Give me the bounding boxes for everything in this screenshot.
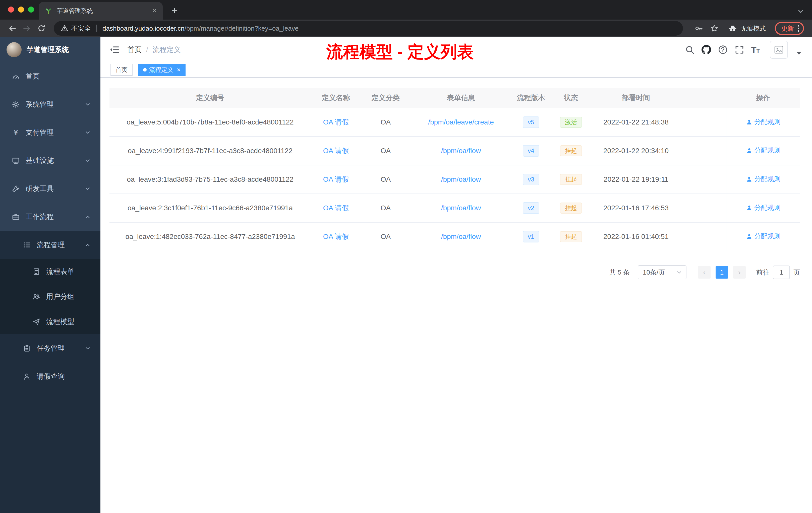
page-content: 定义编号 定义名称 定义分类 表单信息 流程版本 状态 部署时间 操作 oa_l…: [100, 78, 812, 513]
definition-id: oa_leave:5:004b710b-7b8a-11ec-8ef0-acde4…: [110, 108, 311, 137]
page-annotation: 流程模型 - 定义列表: [326, 41, 474, 63]
incognito-badge: 无痕模式: [723, 24, 771, 33]
sidebar-item-user-group[interactable]: 用户分组: [0, 284, 100, 309]
sidebar-item-workflow[interactable]: 工作流程: [0, 203, 100, 231]
main-area: 首页 / 流程定义 流程模型 - 定义列表 TT 首页: [100, 37, 812, 513]
sidebar-item-devtools[interactable]: 研发工具: [0, 175, 100, 203]
sidebar-item-process-form[interactable]: 流程表单: [0, 259, 100, 284]
definition-name-link[interactable]: OA 请假: [323, 147, 349, 155]
url-text: dashboard.yudao.iocoder.cn/bpm/manager/d…: [103, 25, 298, 32]
macos-minimize-button[interactable]: [18, 6, 24, 12]
status-badge: 挂起: [560, 174, 582, 185]
sidebar-item-infrastructure[interactable]: 基础设施: [0, 147, 100, 175]
status-badge: 挂起: [560, 203, 582, 214]
goto-page-input[interactable]: [773, 266, 790, 279]
tab-title: 芋道管理系统: [57, 7, 150, 15]
security-label: 不安全: [71, 24, 91, 33]
form-link[interactable]: /bpm/oa/flow: [441, 147, 481, 155]
sidebar-item-system[interactable]: 系统管理: [0, 90, 100, 118]
sidebar-item-task-management[interactable]: 任务管理: [0, 334, 100, 362]
column-header: 操作: [726, 88, 800, 108]
active-dot-icon: [143, 68, 147, 71]
breadcrumb-current: 流程定义: [153, 45, 181, 55]
form-link[interactable]: /bpm/oa/leave/create: [428, 118, 494, 126]
chevron-down-icon: [85, 158, 90, 163]
definition-name-link[interactable]: OA 请假: [323, 233, 349, 240]
sidebar-item-label: 流程管理: [37, 240, 65, 250]
browser-tab[interactable]: 芋道管理系统 ×: [39, 2, 163, 20]
omnibox-divider: [96, 25, 97, 32]
table-row: oa_leave:5:004b710b-7b8a-11ec-8ef0-acde4…: [110, 108, 800, 137]
reload-button[interactable]: [34, 21, 49, 36]
definition-category: OA: [361, 222, 410, 251]
security-chip[interactable]: 不安全: [61, 24, 91, 33]
assign-rule-link[interactable]: 分配规则: [746, 117, 781, 126]
version-badge: v3: [523, 174, 539, 185]
tag-label: 首页: [116, 66, 127, 74]
hamburger-icon[interactable]: [110, 45, 119, 55]
kebab-menu-icon[interactable]: [798, 25, 800, 32]
user-icon: [746, 205, 753, 211]
deploy-time: 2022-01-22 21:48:38: [591, 108, 680, 137]
chevron-down-icon: [85, 130, 90, 135]
help-icon[interactable]: [718, 45, 728, 55]
sidebar-item-payment[interactable]: ¥ 支付管理: [0, 118, 100, 147]
tag-process-definition[interactable]: 流程定义 ×: [138, 64, 185, 76]
definition-category: OA: [361, 108, 410, 137]
assign-rule-link[interactable]: 分配规则: [746, 203, 781, 212]
font-size-icon[interactable]: TT: [751, 46, 760, 54]
sidebar-item-label: 首页: [26, 71, 40, 81]
user-avatar[interactable]: [770, 41, 788, 59]
tab-close-icon[interactable]: ×: [150, 6, 159, 15]
breadcrumb-home[interactable]: 首页: [127, 45, 142, 55]
macos-zoom-button[interactable]: [28, 6, 34, 12]
page-number-1[interactable]: 1: [716, 266, 728, 279]
definition-id: oa_leave:2:3c1f0ef1-76b1-11ec-9c66-a2380…: [110, 194, 311, 222]
table-header-row: 定义编号 定义名称 定义分类 表单信息 流程版本 状态 部署时间 操作: [110, 88, 800, 108]
sidebar-item-process-management[interactable]: 流程管理: [0, 231, 100, 259]
address-bar[interactable]: 不安全 dashboard.yudao.iocoder.cn/bpm/manag…: [54, 21, 683, 36]
back-button[interactable]: [5, 21, 20, 36]
new-tab-button[interactable]: +: [168, 4, 181, 18]
fullscreen-icon[interactable]: [735, 45, 744, 55]
deploy-time: 2022-01-22 19:19:11: [591, 165, 680, 194]
browser-update-button[interactable]: 更新: [775, 22, 804, 35]
form-link[interactable]: /bpm/oa/flow: [441, 204, 481, 212]
deploy-time: 2022-01-22 20:34:10: [591, 137, 680, 165]
monitor-icon: [11, 157, 20, 164]
assign-rule-link[interactable]: 分配规则: [746, 146, 781, 155]
definition-name-link[interactable]: OA 请假: [323, 118, 349, 126]
prev-page-button[interactable]: ‹: [698, 266, 710, 279]
sidebar-logo[interactable]: 芋道管理系统: [0, 37, 100, 62]
password-key-icon[interactable]: [692, 22, 705, 35]
sidebar-item-process-model[interactable]: 流程模型: [0, 309, 100, 334]
sidebar-item-label: 基础设施: [26, 156, 54, 165]
bookmark-star-icon[interactable]: [707, 22, 721, 35]
definition-name-link[interactable]: OA 请假: [323, 175, 349, 183]
toolbar-right: 无痕模式 更新: [692, 22, 807, 35]
logo-title: 芋道管理系统: [27, 45, 69, 55]
next-page-button[interactable]: ›: [733, 266, 746, 279]
version-badge: v2: [523, 202, 539, 214]
column-header: 定义名称: [311, 88, 361, 108]
form-link[interactable]: /bpm/oa/flow: [441, 175, 481, 183]
tab-search-chevron-icon[interactable]: [798, 8, 804, 14]
sidebar-item-leave-query[interactable]: 请假查询: [0, 362, 100, 391]
assign-rule-link[interactable]: 分配规则: [746, 232, 781, 241]
search-icon[interactable]: [685, 45, 695, 55]
column-header: 状态: [550, 88, 591, 108]
form-link[interactable]: /bpm/oa/flow: [441, 233, 481, 240]
definition-name-link[interactable]: OA 请假: [323, 204, 349, 212]
macos-close-button[interactable]: [8, 6, 14, 12]
tag-home[interactable]: 首页: [111, 64, 133, 76]
forward-button[interactable]: [20, 21, 34, 36]
github-icon[interactable]: [701, 45, 711, 55]
status-badge: 激活: [560, 117, 582, 128]
assign-rule-link[interactable]: 分配规则: [746, 175, 781, 183]
sidebar-item-home[interactable]: 首页: [0, 62, 100, 90]
caret-down-icon[interactable]: [796, 50, 802, 56]
page-size-select[interactable]: 10条/页: [638, 265, 687, 279]
sidebar-item-label: 流程模型: [46, 317, 74, 327]
tag-close-icon[interactable]: ×: [177, 66, 180, 73]
chevron-down-icon: [85, 102, 90, 107]
